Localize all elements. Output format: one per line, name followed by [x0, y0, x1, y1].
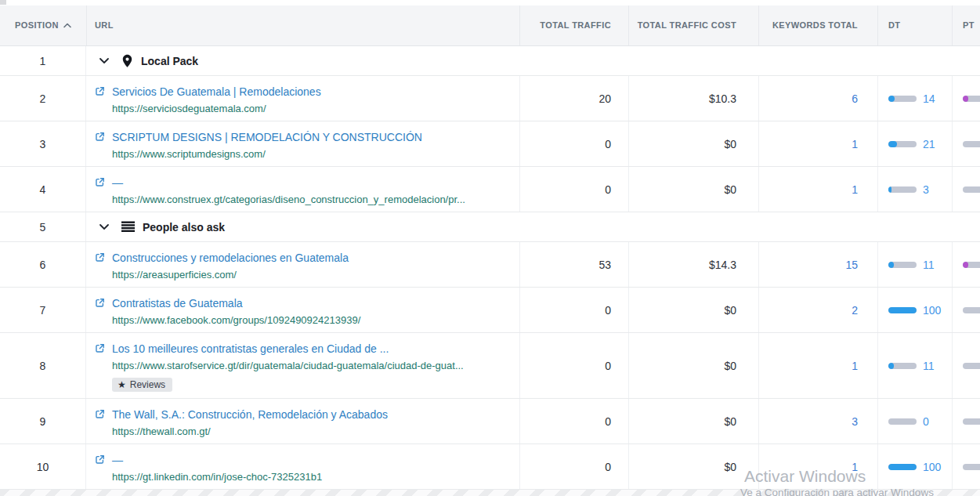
total-traffic-cell: 0	[519, 444, 628, 489]
pt-score-bar	[963, 464, 980, 470]
pt-cell	[952, 288, 980, 332]
keywords-total-link[interactable]: 2	[852, 304, 858, 317]
position-cell: 1	[0, 46, 86, 75]
external-link-icon[interactable]	[95, 132, 105, 142]
total-traffic-cost-cell: $0	[628, 121, 758, 166]
result-title-link[interactable]: The Wall, S.A.: Construcción, Remodelaci…	[112, 406, 388, 423]
result-row: 7Contratistas de Guatemalahttps://www.fa…	[0, 288, 980, 333]
keywords-total-cell: 6	[758, 76, 877, 121]
keywords-total-link[interactable]: 6	[852, 92, 858, 105]
result-title-link[interactable]: —	[112, 174, 465, 191]
result-title-link[interactable]: —	[112, 451, 322, 469]
position-value: 8	[40, 360, 46, 372]
url-block: SCRIPTUM DESIGNS | REMODELACIÓN Y CONSTR…	[112, 129, 422, 163]
pt-score-bar	[963, 96, 980, 102]
dt-score-bar	[888, 186, 917, 193]
position-cell: 5	[0, 212, 86, 241]
total-traffic-cost-value: $0	[724, 415, 736, 428]
total-traffic-cost-value: $14.3	[709, 259, 736, 271]
pt-cell	[952, 399, 980, 444]
result-row: 8Los 10 meilleures contratistas generale…	[0, 333, 980, 399]
list-icon	[121, 221, 135, 233]
location-pin-icon	[121, 54, 133, 68]
sort-asc-icon	[63, 23, 71, 28]
result-title-link[interactable]: Servicios De Guatemala | Remodelaciones	[112, 83, 321, 100]
total-traffic-cell: 20	[519, 76, 628, 121]
position-value: 9	[40, 415, 46, 428]
dt-score-value: 21	[923, 138, 935, 150]
dt-score-bar-fill	[888, 307, 917, 313]
position-value: 3	[40, 138, 46, 150]
total-traffic-cost-cell: $10.3	[628, 76, 758, 121]
result-url-text: https://www.facebook.com/groups/10924909…	[112, 312, 360, 329]
keywords-total-link[interactable]: 1	[852, 138, 858, 150]
total-traffic-cost-value: $0	[724, 183, 736, 196]
total-traffic-cost-value: $0	[724, 138, 736, 150]
column-header-total-traffic[interactable]: TOTAL TRAFFIC	[519, 5, 628, 45]
column-header-dt[interactable]: DT	[877, 5, 952, 45]
external-link-icon[interactable]	[95, 298, 105, 308]
keywords-total-cell: 1	[758, 121, 877, 166]
chevron-down-icon[interactable]	[99, 57, 110, 64]
position-value: 6	[40, 259, 46, 271]
keywords-total-link[interactable]: 15	[845, 259, 858, 271]
keywords-total-link[interactable]: 1	[852, 360, 858, 372]
external-link-icon[interactable]	[95, 252, 105, 262]
external-link-icon[interactable]	[95, 343, 105, 353]
dt-score-value: 100	[923, 461, 941, 473]
serp-feature-group-cell[interactable]: People also ask	[86, 212, 980, 241]
total-traffic-cost-cell: $0	[628, 333, 758, 398]
keywords-total-cell: 15	[758, 242, 877, 287]
total-traffic-value: 0	[605, 415, 611, 428]
dt-cell: 3	[877, 167, 952, 212]
total-traffic-cost-value: $0	[724, 461, 736, 473]
column-header-pt[interactable]: PT	[952, 5, 980, 45]
total-traffic-value: 53	[598, 259, 611, 271]
total-traffic-cell: 0	[519, 288, 628, 332]
result-title-link[interactable]: Los 10 meilleures contratistas generales…	[112, 340, 464, 357]
external-link-icon[interactable]	[95, 409, 105, 419]
result-url-text: https://www.starofservice.gt/dir/guatema…	[112, 357, 464, 375]
total-traffic-cost-value: $10.3	[709, 92, 736, 105]
chevron-down-icon[interactable]	[99, 223, 110, 230]
result-row: 2Servicios De Guatemala | Remodelaciones…	[0, 76, 980, 121]
dt-score-bar	[888, 141, 917, 147]
windows-activation-watermark: Activar Windows	[744, 467, 866, 486]
dt-score-value: 14	[923, 92, 935, 105]
dt-cell: 0	[877, 399, 952, 444]
dt-cell: 100	[877, 444, 952, 489]
result-title-link[interactable]: Contratistas de Guatemala	[112, 295, 360, 312]
external-link-icon[interactable]	[95, 177, 105, 187]
external-link-icon[interactable]	[95, 454, 105, 465]
dt-cell: 14	[877, 76, 952, 121]
star-icon: ★	[118, 380, 126, 389]
external-link-icon[interactable]	[95, 86, 105, 96]
dt-score-bar	[888, 418, 917, 425]
pt-cell	[952, 444, 980, 489]
serp-feature-label: Local Pack	[141, 55, 198, 67]
url-cell: SCRIPTUM DESIGNS | REMODELACIÓN Y CONSTR…	[86, 121, 519, 166]
dt-score-value: 3	[923, 183, 929, 196]
keywords-total-cell: 1	[758, 333, 877, 398]
column-header-total-traffic-cost[interactable]: TOTAL TRAFFIC COST	[628, 5, 758, 45]
table-body: 1Local Pack2Servicios De Guatemala | Rem…	[0, 46, 980, 490]
dt-score-bar-fill	[888, 96, 895, 102]
dt-score-value: 0	[923, 415, 929, 428]
column-header-position[interactable]: POSITION	[0, 5, 86, 45]
keywords-total-link[interactable]: 1	[852, 183, 858, 196]
result-url-text: https://gt.linkedin.com/in/jose-choc-732…	[112, 469, 322, 486]
dt-score-bar-fill	[888, 262, 894, 268]
table-header: POSITION URL TOTAL TRAFFIC TOTAL TRAFFIC…	[0, 5, 980, 46]
column-header-keywords-total[interactable]: KEYWORDS TOTAL	[758, 5, 877, 45]
result-title-link[interactable]: Construcciones y remodelaciones en Guate…	[112, 249, 349, 266]
keywords-total-cell: 1	[758, 167, 877, 212]
position-cell: 2	[0, 76, 86, 121]
total-traffic-value: 0	[605, 183, 611, 196]
column-header-url[interactable]: URL	[86, 5, 519, 45]
serp-feature-group-cell[interactable]: Local Pack	[86, 46, 980, 75]
result-title-link[interactable]: SCRIPTUM DESIGNS | REMODELACIÓN Y CONSTR…	[112, 129, 422, 146]
keywords-total-link[interactable]: 3	[852, 415, 858, 428]
url-block: Los 10 meilleures contratistas generales…	[112, 340, 464, 392]
position-value: 4	[40, 183, 46, 196]
total-traffic-value: 20	[598, 92, 611, 105]
